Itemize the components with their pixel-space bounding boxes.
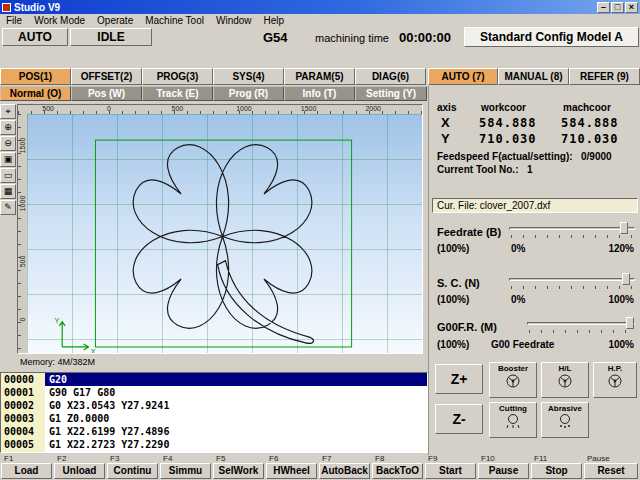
horizontal-ruler: 500 0 500 1000 1500 2000	[18, 105, 422, 114]
tab-track[interactable]: Track (E)	[142, 86, 213, 101]
booster-button[interactable]: Booster	[489, 362, 537, 398]
g00-max: 100%	[608, 339, 634, 350]
line-number-column: 00000 00001 00002 00003 00004 00005	[1, 373, 45, 452]
close-button[interactable]: ×	[625, 2, 638, 13]
slider-thumb[interactable]	[626, 317, 634, 329]
tab-prog-view[interactable]: Prog (R)	[213, 86, 284, 101]
slider-track[interactable]	[509, 278, 635, 281]
main-tab-row: POS(1) OFFSET(2) PROG(3) SYS(4) PARAM(5)…	[0, 68, 640, 85]
workcoor-header: workcoor	[481, 102, 526, 113]
ruler-label: 1500	[19, 136, 26, 156]
line-number: 00002	[1, 399, 45, 412]
menu-file[interactable]: File	[0, 14, 28, 27]
fkey-caption: F10	[481, 455, 495, 463]
feedspeed-value: 0/9000	[581, 151, 612, 162]
unload-button[interactable]: Unload	[54, 463, 105, 479]
menu-window[interactable]: Window	[210, 14, 258, 27]
menu-machine-tool[interactable]: Machine Tool	[139, 14, 210, 27]
tab-info[interactable]: Info (T)	[284, 86, 355, 101]
ruler-label: 500	[172, 105, 184, 112]
reset-button[interactable]: Reset	[584, 463, 638, 479]
feedrate-slider[interactable]	[509, 222, 635, 238]
y-workcoor: 710.030	[479, 132, 537, 146]
program-line[interactable]: G90 G17 G80	[45, 386, 427, 399]
sc-min: 0%	[511, 294, 525, 305]
slider-thumb[interactable]	[622, 273, 630, 285]
program-listing[interactable]: 00000 00001 00002 00003 00004 00005 G20 …	[0, 372, 428, 453]
menu-help[interactable]: Help	[258, 14, 291, 27]
fkey-caption: Pause	[587, 455, 610, 463]
tab-auto[interactable]: AUTO (7)	[428, 68, 498, 85]
z-minus-button[interactable]: Z-	[435, 404, 483, 434]
program-line[interactable]: G1 Z0.0000	[45, 412, 427, 425]
back-to-origin-button[interactable]: BackToO	[372, 463, 423, 479]
continue-button[interactable]: Continu	[107, 463, 158, 479]
zoom-window-icon[interactable]: ▭	[0, 168, 16, 183]
zoom-out-icon[interactable]: ⊖	[0, 136, 16, 151]
stop-button[interactable]: Stop	[531, 463, 582, 479]
cutting-button[interactable]: Cutting	[489, 402, 537, 438]
edit-icon[interactable]: ✎	[0, 200, 16, 215]
program-line[interactable]: G0 X23.0543 Y27.9241	[45, 399, 427, 412]
handwheel-button[interactable]: HWheel	[266, 463, 317, 479]
tab-param[interactable]: PARAM(5)	[284, 68, 355, 85]
abrasive-icon	[556, 413, 574, 429]
drawing-area[interactable]: Y X	[27, 114, 422, 353]
menu-work-mode[interactable]: Work Mode	[28, 14, 91, 27]
machcoor-header: machcoor	[563, 102, 611, 113]
start-button[interactable]: Start	[425, 463, 476, 479]
sc-slider[interactable]	[509, 273, 635, 289]
booster-label: Booster	[490, 364, 536, 373]
tab-normal[interactable]: Normal (O)	[0, 86, 71, 101]
ruler-label: 500	[19, 252, 26, 272]
center-icon[interactable]: ⌖	[0, 104, 16, 119]
x-axis-label: X	[91, 347, 97, 353]
fkey-caption: F9	[428, 455, 437, 463]
title-bar[interactable]: Studio V9 – □ ×	[0, 0, 640, 14]
tab-sys[interactable]: SYS(4)	[213, 68, 284, 85]
state-indicator: IDLE	[70, 28, 152, 46]
high-low-button[interactable]: H/L	[541, 362, 589, 398]
zoom-in-icon[interactable]: ⊕	[0, 120, 16, 135]
tab-manual[interactable]: MANUAL (8)	[498, 68, 569, 85]
program-line[interactable]: G1 X22.2723 Y27.2290	[45, 438, 427, 451]
toolpath-canvas[interactable]: 500 0 500 1000 1500 2000 1500 1000 500 0…	[17, 104, 423, 354]
select-work-button[interactable]: SelWork	[213, 463, 264, 479]
slider-thumb[interactable]	[620, 222, 628, 234]
tab-pos-view[interactable]: Pos (W)	[71, 86, 142, 101]
minimize-button[interactable]: –	[597, 2, 610, 13]
tab-prog[interactable]: PROG(3)	[142, 68, 213, 85]
x-axis-name: X	[441, 115, 450, 130]
high-low-label: H/L	[542, 364, 588, 373]
simulate-button[interactable]: Simmu	[160, 463, 211, 479]
autoback-button[interactable]: AutoBack	[319, 463, 370, 479]
fkey-caption: F2	[57, 455, 66, 463]
x-machcoor: 584.888	[561, 116, 619, 130]
slider-track[interactable]	[509, 227, 635, 230]
maximize-button[interactable]: □	[611, 2, 624, 13]
menu-operate[interactable]: Operate	[91, 14, 139, 27]
pause-button[interactable]: Pause	[478, 463, 529, 479]
fkey-caption: F5	[216, 455, 225, 463]
tab-pos[interactable]: POS(1)	[0, 68, 71, 85]
hp-button[interactable]: H.P.	[593, 362, 637, 398]
tab-setting[interactable]: Setting (Y)	[355, 86, 427, 101]
load-button[interactable]: Load	[1, 463, 52, 479]
window-title: Studio V9	[14, 2, 596, 13]
cutting-label: Cutting	[490, 404, 536, 413]
tab-refer[interactable]: REFER (9)	[569, 68, 640, 85]
grid-icon[interactable]: ▦	[0, 184, 16, 199]
abrasive-button[interactable]: Abrasive	[541, 402, 589, 438]
program-line[interactable]: G1 X22.6199 Y27.4896	[45, 425, 427, 438]
ruler-label: 500	[42, 105, 54, 112]
program-line-selected[interactable]: G20	[45, 373, 427, 386]
cutting-icon	[504, 413, 522, 429]
slider-track[interactable]	[527, 322, 635, 325]
tab-offset[interactable]: OFFSET(2)	[71, 68, 142, 85]
zoom-fit-icon[interactable]: ▣	[0, 152, 16, 167]
z-plus-button[interactable]: Z+	[435, 364, 483, 394]
tab-diag[interactable]: DIAG(6)	[355, 68, 426, 85]
g00-slider[interactable]	[527, 317, 635, 333]
current-tool-value: 1	[527, 164, 533, 175]
feedrate-min: 0%	[511, 243, 525, 254]
